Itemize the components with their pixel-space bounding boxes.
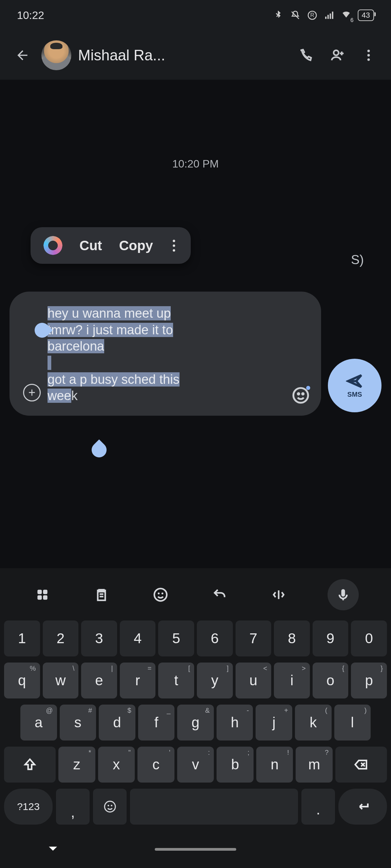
key-s[interactable]: s# xyxy=(60,705,96,741)
svg-rect-9 xyxy=(37,590,42,594)
key-y[interactable]: y] xyxy=(197,663,233,698)
wifi-icon xyxy=(341,8,352,19)
svg-point-4 xyxy=(367,54,370,56)
key-x[interactable]: x" xyxy=(98,747,135,783)
svg-rect-10 xyxy=(43,590,48,594)
call-button[interactable] xyxy=(294,43,318,67)
key-z[interactable]: z* xyxy=(58,747,95,783)
enter-key[interactable] xyxy=(338,789,387,825)
key-p[interactable]: p} xyxy=(351,663,387,698)
key-j[interactable]: j+ xyxy=(256,705,292,741)
key-9[interactable]: 9 xyxy=(313,620,349,656)
emoji-new-dot xyxy=(306,386,310,390)
kbd-apps-button[interactable] xyxy=(32,585,53,605)
svg-point-2 xyxy=(334,50,339,55)
kbd-cursor-button[interactable] xyxy=(268,585,289,605)
backspace-key[interactable] xyxy=(335,747,387,783)
key-k[interactable]: k( xyxy=(295,705,332,741)
key-l[interactable]: l) xyxy=(334,705,371,741)
key-1[interactable]: 1 xyxy=(4,620,40,656)
kbd-undo-button[interactable] xyxy=(209,585,230,605)
key-0[interactable]: 0 xyxy=(351,620,387,656)
emoji-picker-button[interactable] xyxy=(292,387,310,404)
kbd-row-zxcv: z*x"c'v:b;n!m? xyxy=(3,747,388,789)
svg-rect-16 xyxy=(341,589,345,597)
chevron-down-icon xyxy=(47,843,59,855)
key-u[interactable]: u< xyxy=(236,663,272,698)
clipped-text: S) xyxy=(351,253,364,267)
svg-rect-12 xyxy=(43,595,48,600)
clipboard-icon xyxy=(94,587,109,602)
shift-key[interactable] xyxy=(4,747,56,783)
selection-handle-end[interactable] xyxy=(89,439,110,460)
cut-action[interactable]: Cut xyxy=(79,238,102,253)
mic-icon xyxy=(336,587,351,602)
cursor-move-icon xyxy=(271,587,286,602)
svg-point-19 xyxy=(111,805,112,806)
key-g[interactable]: g& xyxy=(177,705,214,741)
conversation-area: 10:20 PM xyxy=(0,80,391,180)
add-person-button[interactable] xyxy=(325,43,350,67)
nav-bar xyxy=(3,831,388,868)
person-add-icon xyxy=(330,48,345,63)
key-a[interactable]: a@ xyxy=(20,705,57,741)
emoji-key[interactable] xyxy=(93,789,127,825)
contact-avatar[interactable] xyxy=(41,40,71,70)
key-b[interactable]: b; xyxy=(217,747,254,783)
svg-point-3 xyxy=(367,50,370,52)
kbd-bottom-row: ?123 , . xyxy=(3,789,388,831)
key-e[interactable]: e| xyxy=(81,663,117,698)
key-m[interactable]: m? xyxy=(296,747,333,783)
roaming-icon: R xyxy=(307,10,318,21)
compose-box: + hey u wanna meet up tmrw? i just made … xyxy=(10,292,321,416)
send-button[interactable]: SMS xyxy=(328,359,381,412)
key-2[interactable]: 2 xyxy=(43,620,79,656)
key-c[interactable]: c' xyxy=(137,747,174,783)
enter-icon xyxy=(355,799,370,814)
key-4[interactable]: 4 xyxy=(120,620,156,656)
key-d[interactable]: d$ xyxy=(99,705,135,741)
key-o[interactable]: o{ xyxy=(313,663,349,698)
kbd-emoji-button[interactable] xyxy=(150,585,171,605)
key-6[interactable]: 6 xyxy=(197,620,233,656)
more-options-button[interactable] xyxy=(356,43,381,67)
svg-point-14 xyxy=(158,593,160,595)
mute-icon xyxy=(290,10,301,21)
key-i[interactable]: i> xyxy=(274,663,310,698)
kbd-mic-button[interactable] xyxy=(328,579,359,610)
key-7[interactable]: 7 xyxy=(236,620,272,656)
symbols-key[interactable]: ?123 xyxy=(4,789,53,825)
comma-key[interactable]: , xyxy=(56,789,90,825)
battery-indicator: 43 xyxy=(358,9,374,21)
galaxy-ai-icon[interactable] xyxy=(43,236,62,255)
key-q[interactable]: q% xyxy=(4,663,40,698)
kbd-clipboard-button[interactable] xyxy=(91,585,112,605)
period-key[interactable]: . xyxy=(301,789,335,825)
attach-button[interactable]: + xyxy=(23,384,41,401)
copy-action[interactable]: Copy xyxy=(119,238,153,253)
key-8[interactable]: 8 xyxy=(274,620,310,656)
context-more-button[interactable] xyxy=(170,240,178,252)
kbd-emoji-icon xyxy=(104,800,116,813)
key-t[interactable]: t[ xyxy=(158,663,194,698)
kbd-row-qwerty: q%w\e|r=t[y]u<i>o{p} xyxy=(3,663,388,705)
contact-name[interactable]: Mishaal Ra... xyxy=(78,47,287,64)
conversation-header: Mishaal Ra... xyxy=(0,31,391,80)
space-key[interactable] xyxy=(130,789,298,825)
key-f[interactable]: f_ xyxy=(138,705,175,741)
key-3[interactable]: 3 xyxy=(81,620,117,656)
key-v[interactable]: v: xyxy=(177,747,214,783)
key-w[interactable]: w\ xyxy=(43,663,79,698)
back-button[interactable] xyxy=(10,43,35,67)
svg-point-18 xyxy=(107,805,109,806)
bluetooth-icon xyxy=(273,10,284,21)
key-5[interactable]: 5 xyxy=(158,620,194,656)
key-r[interactable]: r= xyxy=(120,663,156,698)
key-h[interactable]: h- xyxy=(217,705,253,741)
emoji-icon xyxy=(153,587,168,602)
nav-handle[interactable] xyxy=(155,848,236,851)
keyboard-collapse-button[interactable] xyxy=(47,843,59,856)
message-input[interactable]: hey u wanna meet up tmrw? i just made it… xyxy=(48,305,311,404)
backspace-icon xyxy=(354,757,368,772)
key-n[interactable]: n! xyxy=(256,747,293,783)
